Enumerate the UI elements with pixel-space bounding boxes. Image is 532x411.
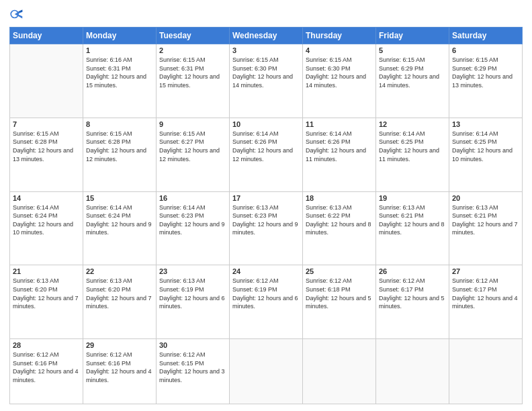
day-info: Sunrise: 6:12 AMSunset: 6:16 PMDaylight:…: [13, 351, 80, 384]
day-number: 6: [452, 46, 519, 54]
day-number: 3: [232, 46, 300, 54]
day-number: 20: [452, 194, 519, 202]
calendar-cell: 30Sunrise: 6:12 AMSunset: 6:15 PMDayligh…: [157, 339, 230, 404]
calendar: SundayMondayTuesdayWednesdayThursdayFrid…: [9, 27, 523, 404]
weekday-header-sunday: Sunday: [10, 28, 83, 44]
day-info: Sunrise: 6:13 AMSunset: 6:22 PMDaylight:…: [306, 203, 373, 237]
day-info: Sunrise: 6:12 AMSunset: 6:15 PMDaylight:…: [159, 351, 226, 384]
weekday-header-monday: Monday: [83, 28, 157, 44]
calendar-cell: 2Sunrise: 6:15 AMSunset: 6:31 PMDaylight…: [157, 44, 230, 118]
day-number: 10: [232, 120, 300, 128]
day-number: 21: [13, 267, 80, 275]
calendar-cell: 24Sunrise: 6:12 AMSunset: 6:19 PMDayligh…: [230, 265, 303, 339]
day-number: 25: [306, 267, 373, 275]
calendar-cell: 7Sunrise: 6:15 AMSunset: 6:28 PMDaylight…: [10, 118, 83, 191]
day-number: 8: [86, 120, 153, 128]
day-info: Sunrise: 6:16 AMSunset: 6:31 PMDaylight:…: [86, 56, 153, 89]
day-number: 23: [159, 267, 226, 275]
day-number: 15: [86, 194, 153, 202]
calendar-cell: 29Sunrise: 6:12 AMSunset: 6:16 PMDayligh…: [83, 339, 157, 404]
calendar-cell: 16Sunrise: 6:14 AMSunset: 6:23 PMDayligh…: [157, 191, 230, 265]
day-number: 17: [232, 194, 300, 202]
day-number: 7: [13, 120, 80, 128]
day-info: Sunrise: 6:15 AMSunset: 6:28 PMDaylight:…: [86, 130, 153, 163]
day-info: Sunrise: 6:13 AMSunset: 6:19 PMDaylight:…: [159, 277, 226, 310]
day-info: Sunrise: 6:13 AMSunset: 6:20 PMDaylight:…: [13, 277, 80, 310]
day-info: Sunrise: 6:15 AMSunset: 6:30 PMDaylight:…: [232, 56, 300, 89]
calendar-cell: [376, 339, 449, 404]
day-info: Sunrise: 6:12 AMSunset: 6:17 PMDaylight:…: [379, 277, 446, 310]
day-number: 13: [452, 120, 519, 128]
day-info: Sunrise: 6:15 AMSunset: 6:28 PMDaylight:…: [13, 130, 80, 163]
day-number: 5: [379, 46, 446, 54]
calendar-cell: 27Sunrise: 6:12 AMSunset: 6:17 PMDayligh…: [449, 265, 523, 339]
calendar-cell: 5Sunrise: 6:15 AMSunset: 6:29 PMDaylight…: [376, 44, 449, 118]
day-info: Sunrise: 6:13 AMSunset: 6:21 PMDaylight:…: [452, 203, 519, 237]
day-number: 12: [379, 120, 446, 128]
day-number: 4: [306, 46, 373, 54]
calendar-cell: 17Sunrise: 6:13 AMSunset: 6:23 PMDayligh…: [230, 191, 303, 265]
calendar-cell: 4Sunrise: 6:15 AMSunset: 6:30 PMDaylight…: [303, 44, 376, 118]
logo: [9, 7, 28, 21]
day-number: 29: [86, 341, 153, 349]
day-info: Sunrise: 6:14 AMSunset: 6:23 PMDaylight:…: [159, 203, 226, 237]
calendar-week-row: 14Sunrise: 6:14 AMSunset: 6:24 PMDayligh…: [10, 191, 523, 265]
calendar-cell: 20Sunrise: 6:13 AMSunset: 6:21 PMDayligh…: [449, 191, 523, 265]
logo-icon: [9, 7, 24, 21]
calendar-cell: 13Sunrise: 6:14 AMSunset: 6:25 PMDayligh…: [449, 118, 523, 191]
calendar-cell: [230, 339, 303, 404]
day-number: 28: [13, 341, 80, 349]
calendar-week-row: 7Sunrise: 6:15 AMSunset: 6:28 PMDaylight…: [10, 118, 523, 191]
day-number: 2: [159, 46, 226, 54]
weekday-header-friday: Friday: [376, 28, 449, 44]
day-info: Sunrise: 6:15 AMSunset: 6:30 PMDaylight:…: [306, 56, 373, 89]
calendar-cell: 18Sunrise: 6:13 AMSunset: 6:22 PMDayligh…: [303, 191, 376, 265]
weekday-header-thursday: Thursday: [303, 28, 376, 44]
calendar-week-row: 21Sunrise: 6:13 AMSunset: 6:20 PMDayligh…: [10, 265, 523, 339]
page: SundayMondayTuesdayWednesdayThursdayFrid…: [0, 0, 532, 411]
calendar-cell: 21Sunrise: 6:13 AMSunset: 6:20 PMDayligh…: [10, 265, 83, 339]
calendar-cell: 6Sunrise: 6:15 AMSunset: 6:29 PMDaylight…: [449, 44, 523, 118]
day-number: 30: [159, 341, 226, 349]
calendar-cell: 19Sunrise: 6:13 AMSunset: 6:21 PMDayligh…: [376, 191, 449, 265]
day-info: Sunrise: 6:12 AMSunset: 6:17 PMDaylight:…: [452, 277, 519, 310]
day-info: Sunrise: 6:12 AMSunset: 6:19 PMDaylight:…: [232, 277, 300, 310]
calendar-cell: 28Sunrise: 6:12 AMSunset: 6:16 PMDayligh…: [10, 339, 83, 404]
day-info: Sunrise: 6:15 AMSunset: 6:29 PMDaylight:…: [452, 56, 519, 89]
day-info: Sunrise: 6:14 AMSunset: 6:26 PMDaylight:…: [232, 130, 300, 163]
day-number: 16: [159, 194, 226, 202]
day-number: 22: [86, 267, 153, 275]
calendar-cell: [449, 339, 523, 404]
day-info: Sunrise: 6:13 AMSunset: 6:23 PMDaylight:…: [232, 203, 300, 237]
day-info: Sunrise: 6:14 AMSunset: 6:26 PMDaylight:…: [306, 130, 373, 163]
day-info: Sunrise: 6:15 AMSunset: 6:27 PMDaylight:…: [159, 130, 226, 163]
weekday-header-saturday: Saturday: [449, 28, 523, 44]
calendar-cell: 14Sunrise: 6:14 AMSunset: 6:24 PMDayligh…: [10, 191, 83, 265]
calendar-cell: 26Sunrise: 6:12 AMSunset: 6:17 PMDayligh…: [376, 265, 449, 339]
calendar-cell: 1Sunrise: 6:16 AMSunset: 6:31 PMDaylight…: [83, 44, 157, 118]
calendar-cell: 25Sunrise: 6:12 AMSunset: 6:18 PMDayligh…: [303, 265, 376, 339]
day-number: 18: [306, 194, 373, 202]
day-info: Sunrise: 6:13 AMSunset: 6:21 PMDaylight:…: [379, 203, 446, 237]
day-info: Sunrise: 6:14 AMSunset: 6:24 PMDaylight:…: [86, 203, 153, 237]
day-number: 9: [159, 120, 226, 128]
day-info: Sunrise: 6:14 AMSunset: 6:24 PMDaylight:…: [13, 203, 80, 237]
calendar-cell: 15Sunrise: 6:14 AMSunset: 6:24 PMDayligh…: [83, 191, 157, 265]
calendar-cell: 12Sunrise: 6:14 AMSunset: 6:25 PMDayligh…: [376, 118, 449, 191]
day-info: Sunrise: 6:15 AMSunset: 6:31 PMDaylight:…: [159, 56, 226, 89]
day-info: Sunrise: 6:15 AMSunset: 6:29 PMDaylight:…: [379, 56, 446, 89]
calendar-cell: 8Sunrise: 6:15 AMSunset: 6:28 PMDaylight…: [83, 118, 157, 191]
day-number: 26: [379, 267, 446, 275]
calendar-week-row: 1Sunrise: 6:16 AMSunset: 6:31 PMDaylight…: [10, 44, 523, 118]
day-number: 14: [13, 194, 80, 202]
calendar-cell: 22Sunrise: 6:13 AMSunset: 6:20 PMDayligh…: [83, 265, 157, 339]
day-number: 11: [306, 120, 373, 128]
calendar-cell: 11Sunrise: 6:14 AMSunset: 6:26 PMDayligh…: [303, 118, 376, 191]
day-number: 19: [379, 194, 446, 202]
day-number: 27: [452, 267, 519, 275]
day-info: Sunrise: 6:12 AMSunset: 6:18 PMDaylight:…: [306, 277, 373, 310]
calendar-cell: [10, 44, 83, 118]
day-info: Sunrise: 6:14 AMSunset: 6:25 PMDaylight:…: [379, 130, 446, 163]
day-info: Sunrise: 6:14 AMSunset: 6:25 PMDaylight:…: [452, 130, 519, 163]
day-info: Sunrise: 6:13 AMSunset: 6:20 PMDaylight:…: [86, 277, 153, 310]
